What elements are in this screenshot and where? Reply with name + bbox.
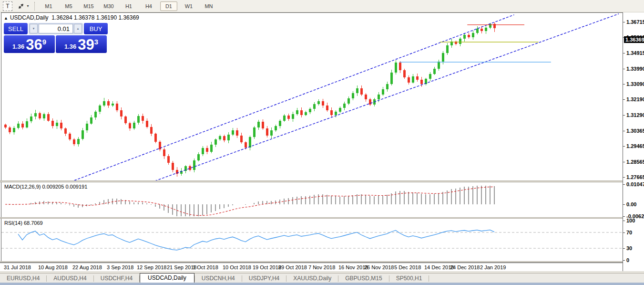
ohlc-values: 1.36284 1.36378 1.36190 1.36369 bbox=[51, 14, 139, 21]
buy-price-display[interactable]: 1.36 39 3 bbox=[56, 35, 107, 53]
tab-separator bbox=[429, 275, 429, 282]
current-price-tag: 1.36369 bbox=[624, 36, 644, 43]
tab-gbpusd-m15[interactable]: GBPUSD,M15 bbox=[338, 274, 388, 283]
timeframe-m1[interactable]: M1 bbox=[40, 1, 57, 11]
time-axis-label: 24 Dec 2018 bbox=[450, 264, 480, 270]
tab-usdchf-h4[interactable]: USDCHF,H4 bbox=[94, 274, 139, 283]
axis-tick-mark bbox=[623, 99, 625, 100]
rsi-axis-label: 30 bbox=[626, 245, 632, 251]
time-axis-label: 19 Oct 2018 bbox=[253, 264, 281, 270]
symbol-collapse-arrow-icon[interactable]: ▲ bbox=[4, 16, 8, 21]
buy-price-prefix: 1.36 bbox=[64, 43, 76, 50]
volume-stepper: ▼ 0.01 ▲ bbox=[29, 23, 83, 34]
axis-tick-mark bbox=[623, 162, 625, 162]
time-axis-label: 26 Nov 2018 bbox=[364, 264, 394, 270]
tab-usdcnh-h4[interactable]: USDCNH,H4 bbox=[195, 274, 242, 283]
price-axis-label: 1.33990 bbox=[626, 66, 644, 72]
volume-input[interactable]: 0.01 bbox=[39, 24, 73, 33]
timeframe-button-group: M1M5M15M30H1H4D1W1MN bbox=[39, 1, 219, 11]
axis-tick-mark bbox=[623, 22, 625, 22]
timeframe-m30[interactable]: M30 bbox=[100, 1, 117, 11]
axis-tick-mark bbox=[623, 184, 625, 185]
timeframe-h4[interactable]: H4 bbox=[140, 1, 157, 11]
rsi-axis-label: 0 bbox=[626, 257, 629, 263]
time-axis-label: 1 Oct 2018 bbox=[193, 264, 218, 270]
price-axis-label: 1.33090 bbox=[626, 81, 644, 87]
timeframe-w1[interactable]: W1 bbox=[180, 1, 197, 11]
diagonal-arrows-icon bbox=[17, 2, 25, 10]
sell-price-display[interactable]: 1.36 36 9 bbox=[4, 35, 55, 53]
rsi-axis-label: 100 bbox=[626, 218, 635, 223]
sell-price-sup: 9 bbox=[42, 38, 46, 46]
sell-price-big: 36 bbox=[26, 38, 42, 52]
axis-tick-mark bbox=[623, 260, 625, 261]
axis-tick-mark bbox=[623, 53, 625, 53]
time-axis-label: 12 Sep 2018 bbox=[137, 264, 166, 270]
sell-price-prefix: 1.36 bbox=[12, 43, 24, 50]
axis-tick-mark bbox=[623, 204, 625, 205]
axis-tick-mark bbox=[623, 69, 625, 69]
volume-decrease-button[interactable]: ▼ bbox=[30, 24, 38, 33]
timeframe-h1[interactable]: H1 bbox=[120, 1, 137, 11]
axis-tick-mark bbox=[623, 221, 625, 221]
price-axis-label: 1.29465 bbox=[626, 143, 644, 149]
axis-tick-mark bbox=[623, 248, 625, 249]
top-toolbar: T ▼ M1M5M15M30H1H4D1W1MN bbox=[0, 0, 644, 12]
buy-button[interactable]: BUY bbox=[84, 23, 108, 34]
macd-indicator-label: MACD(12,26,9) 0.009205 0.009191 bbox=[4, 184, 87, 190]
axis-tick-mark bbox=[623, 177, 625, 178]
axis-tick-mark bbox=[623, 146, 625, 147]
price-axis-label: 1.34915 bbox=[626, 50, 644, 56]
time-axis[interactable]: 31 Jul 201810 Aug 201822 Aug 20183 Sep 2… bbox=[0, 263, 644, 272]
timeframe-m5[interactable]: M5 bbox=[60, 1, 77, 11]
rsi-axis-label: 70 bbox=[626, 230, 632, 235]
axis-tick-mark bbox=[623, 131, 625, 131]
tab-usdcad-daily[interactable]: USDCAD,Daily bbox=[140, 273, 194, 283]
time-axis-label: 7 Nov 2018 bbox=[308, 264, 335, 270]
time-axis-label: 31 Jul 2018 bbox=[4, 264, 31, 270]
price-axis-label: 1.28565 bbox=[626, 159, 644, 165]
sell-button[interactable]: SELL bbox=[4, 23, 28, 34]
chart-tab-bar: EURUSD,H4AUDUSD,H4USDCHF,H4USDCAD,DailyU… bbox=[0, 273, 644, 283]
time-axis-label: 10 Oct 2018 bbox=[223, 264, 251, 270]
rsi-indicator-label: RSI(14) 68.7069 bbox=[4, 220, 43, 226]
buy-price-big: 39 bbox=[78, 38, 94, 52]
price-axis-label: 1.36715 bbox=[626, 19, 644, 25]
macd-axis-label: 0.010474 bbox=[626, 181, 644, 187]
axis-tick-mark bbox=[623, 216, 625, 217]
price-axis-label: 1.31290 bbox=[626, 112, 644, 118]
symbol-timeframe-label: USDCAD,Daily bbox=[10, 14, 49, 21]
tab-eurusd-h4[interactable]: EURUSD,H4 bbox=[0, 274, 46, 283]
time-axis-label: 29 Oct 2018 bbox=[278, 264, 307, 270]
tab-usdjpy-h4[interactable]: USDJPY,H4 bbox=[242, 274, 286, 283]
axis-tick-mark bbox=[623, 232, 625, 233]
time-axis-label: 5 Dec 2018 bbox=[394, 264, 421, 270]
mt4-window: T ▼ M1M5M15M30H1H4D1W1MN ▲USDCAD,Daily 1… bbox=[0, 0, 644, 285]
window-bottom-edge bbox=[0, 283, 644, 285]
toolbar-grip bbox=[34, 2, 35, 11]
axis-tick-mark bbox=[623, 84, 625, 84]
axis-tick-mark bbox=[623, 115, 625, 116]
tab-xauusd-daily[interactable]: XAUUSD,Daily bbox=[286, 274, 338, 283]
text-tool-icon[interactable]: T bbox=[3, 1, 12, 11]
buy-price-sup: 3 bbox=[94, 38, 98, 46]
tab-sp500-h1[interactable]: SP500,H1 bbox=[389, 274, 429, 283]
time-axis-label: 22 Aug 2018 bbox=[72, 264, 102, 270]
rsi-panel-canvas[interactable]: RSI(14) 68.7069 bbox=[1, 219, 623, 261]
macd-axis-label: 0.00 bbox=[626, 201, 636, 207]
timeframe-d1[interactable]: D1 bbox=[160, 1, 177, 11]
cursor-arrows-tool[interactable]: ▼ bbox=[17, 2, 30, 10]
price-axis[interactable]: 1.367151.358151.349151.339901.330901.321… bbox=[623, 12, 644, 271]
timeframe-m15[interactable]: M15 bbox=[80, 1, 97, 11]
timeframe-mn[interactable]: MN bbox=[200, 1, 217, 11]
time-axis-label: 3 Sep 2018 bbox=[107, 264, 133, 270]
price-axis-label: 1.32190 bbox=[626, 96, 644, 102]
volume-increase-button[interactable]: ▲ bbox=[74, 24, 82, 33]
time-axis-label: 10 Aug 2018 bbox=[38, 264, 68, 270]
price-axis-label: 1.27665 bbox=[626, 174, 644, 180]
tab-audusd-h4[interactable]: AUDUSD,H4 bbox=[47, 274, 93, 283]
dropdown-caret-icon[interactable]: ▼ bbox=[26, 4, 30, 8]
one-click-trade-panel: SELL ▼ 0.01 ▲ BUY 1.36 36 9 1.36 39 3 bbox=[4, 23, 108, 53]
macd-panel-canvas[interactable]: MACD(12,26,9) 0.009205 0.009191 bbox=[1, 182, 623, 217]
price-axis-label: 1.30365 bbox=[626, 128, 644, 134]
